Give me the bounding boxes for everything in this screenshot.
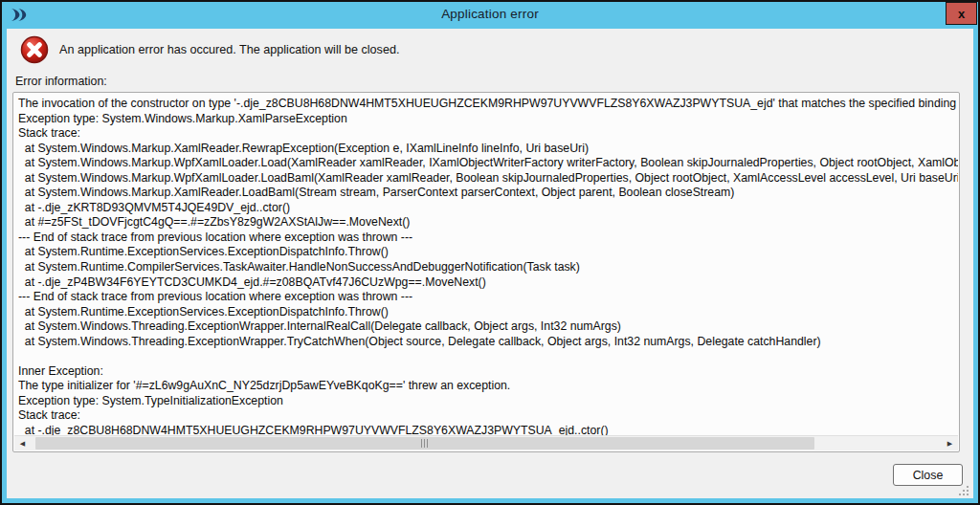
error-message: An application error has occured. The ap… bbox=[59, 43, 399, 56]
titlebar[interactable]: Application error x bbox=[2, 2, 978, 29]
application-error-window: Application error x An application error… bbox=[0, 0, 980, 505]
scroll-left-button[interactable]: ◀ bbox=[14, 436, 31, 450]
trace-line: at System.Windows.Markup.XamlReader.Rewr… bbox=[18, 142, 956, 157]
dialog-body: An application error has occured. The ap… bbox=[7, 29, 973, 498]
trace-line: at #=z5FSt_tDOVFjcgtC4gQ==.#=zZbsY8z9gW2… bbox=[18, 215, 956, 231]
trace-line: at System.Runtime.ExceptionServices.Exce… bbox=[18, 245, 956, 260]
trace-line: at System.Windows.Threading.ExceptionWra… bbox=[18, 335, 956, 350]
scrollbar-grip-icon bbox=[421, 439, 429, 448]
error-icon bbox=[20, 35, 49, 64]
trace-line: --- End of stack trace from previous loc… bbox=[18, 290, 956, 305]
horizontal-scrollbar[interactable]: ◀ ▶ bbox=[14, 435, 958, 450]
trace-line: Stack trace: bbox=[18, 408, 956, 424]
scrollbar-thumb[interactable] bbox=[35, 437, 814, 450]
trace-line: at System.Windows.Markup.WpfXamlLoader.L… bbox=[18, 156, 956, 171]
resize-grip-icon[interactable] bbox=[958, 484, 970, 496]
scroll-left-icon: ◀ bbox=[20, 440, 25, 448]
trace-line: The invocation of the constructor on typ… bbox=[18, 97, 956, 112]
close-button[interactable]: Close bbox=[893, 464, 963, 486]
trace-line: Stack trace: bbox=[18, 126, 956, 142]
stack-trace-text[interactable]: The invocation of the constructor on typ… bbox=[14, 94, 958, 435]
close-icon: x bbox=[958, 7, 965, 21]
trace-line: at -.dje_zP4BW34F6YEYTCD3CUMKD4_ejd.#=z0… bbox=[18, 275, 956, 291]
trace-line: Inner Exception: bbox=[18, 364, 956, 380]
trace-line: at System.Runtime.CompilerServices.TaskA… bbox=[18, 260, 956, 275]
trace-line: at -.dje_zKRT8D93QMVM5T4JQE49DV_ejd..cto… bbox=[18, 201, 956, 216]
stack-trace-box[interactable]: The invocation of the constructor on typ… bbox=[12, 92, 960, 452]
trace-line bbox=[18, 349, 956, 364]
window-close-button[interactable]: x bbox=[946, 2, 977, 25]
trace-line: --- End of stack trace from previous loc… bbox=[18, 231, 956, 246]
trace-line: Exception type: System.Windows.Markup.Xa… bbox=[18, 112, 956, 127]
trace-line: at System.Windows.Markup.WpfXamlLoader.L… bbox=[18, 171, 956, 187]
trace-line: Exception type: System.TypeInitializatio… bbox=[18, 394, 956, 409]
error-information-label: Error information: bbox=[15, 75, 107, 88]
window-title: Application error bbox=[2, 7, 978, 21]
trace-line: at -.dje_z8CBU8H68DNW4HMT5XHUEUGHZCEKM9R… bbox=[18, 424, 956, 435]
trace-line: at System.Windows.Threading.ExceptionWra… bbox=[18, 319, 956, 335]
trace-line: at System.Runtime.ExceptionServices.Exce… bbox=[18, 305, 956, 320]
trace-line: at System.Windows.Markup.XamlReader.Load… bbox=[18, 186, 956, 201]
scroll-right-icon: ▶ bbox=[947, 440, 952, 448]
scroll-right-button[interactable]: ▶ bbox=[942, 436, 958, 450]
trace-line: The type initializer for '#=zL6w9gAuXnC_… bbox=[18, 379, 956, 394]
